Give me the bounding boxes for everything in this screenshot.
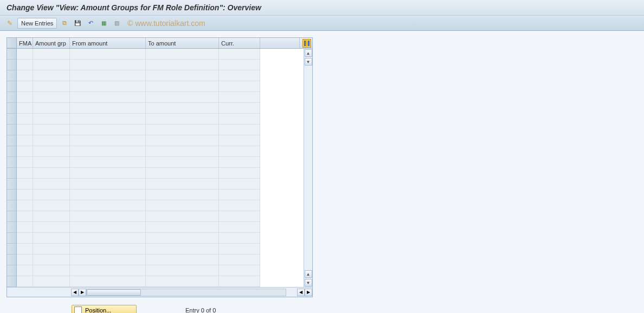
save-icon[interactable]: 💾 xyxy=(72,18,83,29)
scroll-up-icon[interactable]: ▲ xyxy=(305,49,312,57)
vertical-scrollbar[interactable]: ▲ ▼ ▲ ▼ xyxy=(304,49,312,287)
copy-icon[interactable]: ⧉ xyxy=(59,18,70,29)
column-header-to-amount[interactable]: To amount xyxy=(146,38,219,48)
select-all-header[interactable] xyxy=(7,38,17,48)
scroll-left-icon[interactable]: ◀ xyxy=(71,289,79,296)
scroll-down-icon[interactable]: ▼ xyxy=(305,58,312,66)
table-row[interactable] xyxy=(7,92,304,103)
table-row[interactable] xyxy=(7,276,304,287)
table-row[interactable] xyxy=(7,157,304,168)
table-row[interactable] xyxy=(7,60,304,70)
configure-columns-icon[interactable] xyxy=(302,39,311,48)
main-content: FMA Amount grp From amount To amount Cur… xyxy=(0,31,644,313)
position-label: Position... xyxy=(85,307,111,313)
table-row[interactable] xyxy=(7,70,304,81)
table-row[interactable] xyxy=(7,255,304,265)
table-row[interactable] xyxy=(7,103,304,114)
table-row[interactable] xyxy=(7,222,304,233)
position-button[interactable]: Position... xyxy=(72,305,137,313)
table-row[interactable] xyxy=(7,200,304,211)
table-row[interactable] xyxy=(7,49,304,60)
svg-rect-0 xyxy=(304,41,306,46)
horizontal-scrollbar[interactable]: ◀ ▶ ◀ ▶ xyxy=(7,287,312,297)
position-icon xyxy=(74,307,82,313)
column-header-amount-grp[interactable]: Amount grp xyxy=(33,38,70,48)
table-row[interactable] xyxy=(7,81,304,92)
select-all-icon[interactable]: ▦ xyxy=(98,18,109,29)
scroll-right-end-icon[interactable]: ▶ xyxy=(305,289,312,296)
table-row[interactable] xyxy=(7,179,304,190)
grid-header: FMA Amount grp From amount To amount Cur… xyxy=(7,38,312,49)
hscroll-track[interactable] xyxy=(86,289,286,296)
column-header-curr[interactable]: Curr. xyxy=(219,38,260,48)
column-header-fma[interactable]: FMA xyxy=(17,38,33,48)
entry-count-text: Entry 0 of 0 xyxy=(185,307,216,313)
svg-rect-1 xyxy=(306,41,308,46)
table-row[interactable] xyxy=(7,211,304,222)
column-header-from-amount[interactable]: From amount xyxy=(70,38,146,48)
page-title: Change View "View: Amount Groups for FM … xyxy=(0,0,644,16)
table-row[interactable] xyxy=(7,244,304,255)
data-grid: FMA Amount grp From amount To amount Cur… xyxy=(7,37,313,297)
scroll-up-bottom-icon[interactable]: ▲ xyxy=(305,270,312,278)
table-row[interactable] xyxy=(7,135,304,146)
table-row[interactable] xyxy=(7,146,304,157)
scroll-left-end-icon[interactable]: ◀ xyxy=(297,289,305,296)
watermark-text: © www.tutorialkart.com xyxy=(127,19,205,28)
grid-body xyxy=(7,49,304,287)
change-icon[interactable]: ✎ xyxy=(4,18,15,29)
hscroll-thumb[interactable] xyxy=(87,289,141,296)
table-row[interactable] xyxy=(7,190,304,200)
toolbar: ✎ New Entries ⧉ 💾 ↶ ▦ ▧ © www.tutorialka… xyxy=(0,16,644,31)
undo-icon[interactable]: ↶ xyxy=(85,18,96,29)
svg-rect-2 xyxy=(308,41,310,46)
table-row[interactable] xyxy=(7,125,304,135)
table-row[interactable] xyxy=(7,168,304,179)
scroll-down-bottom-icon[interactable]: ▼ xyxy=(305,279,312,286)
footer: Position... Entry 0 of 0 xyxy=(7,305,637,313)
table-row[interactable] xyxy=(7,265,304,276)
table-row[interactable] xyxy=(7,233,304,244)
scroll-right-icon[interactable]: ▶ xyxy=(79,289,86,296)
deselect-all-icon[interactable]: ▧ xyxy=(111,18,122,29)
new-entries-button[interactable]: New Entries xyxy=(17,18,57,29)
table-row[interactable] xyxy=(7,114,304,125)
